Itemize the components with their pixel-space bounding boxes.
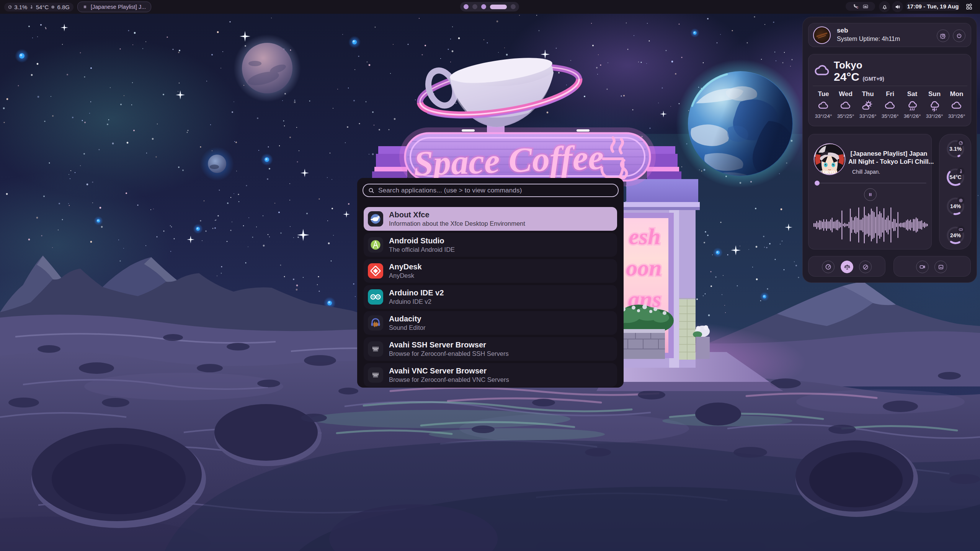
svg-text:oon: oon	[626, 255, 662, 280]
svg-text:24%: 24%	[950, 232, 961, 238]
svg-text:C: C	[856, 6, 858, 9]
svg-text:3.1%: 3.1%	[949, 146, 962, 152]
svg-text:Space Coffee: Space Coffee	[413, 137, 604, 183]
svg-text:14%: 14%	[950, 203, 961, 209]
svg-text:TOKYO L: TOKYO L	[820, 170, 839, 174]
svg-text:esh: esh	[629, 224, 660, 249]
svg-text:54°C: 54°C	[949, 174, 961, 180]
